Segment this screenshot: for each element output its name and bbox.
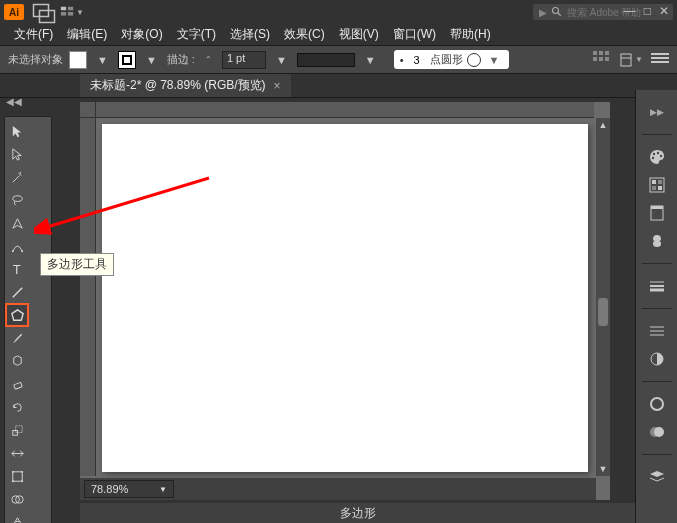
paintbrush-tool[interactable] <box>6 327 28 349</box>
sides-input[interactable] <box>408 54 426 66</box>
shape-dropdown[interactable]: ▼ <box>485 54 504 66</box>
scale-tool[interactable] <box>6 419 28 441</box>
stroke-swatch[interactable] <box>118 51 136 69</box>
vertical-scrollbar[interactable]: ▲ ▼ <box>596 118 610 476</box>
shaper-tool[interactable] <box>6 350 28 372</box>
vertical-ruler[interactable] <box>80 118 96 476</box>
graphic-styles-panel-icon[interactable] <box>645 422 669 442</box>
polygon-tool[interactable] <box>6 304 28 326</box>
document-tab[interactable]: 未标题-2* @ 78.89% (RGB/预览) × <box>80 74 291 97</box>
selection-tool[interactable] <box>6 120 28 142</box>
menu-view[interactable]: 视图(V) <box>333 24 385 45</box>
zoom-level-display[interactable]: 78.89% ▼ <box>84 480 174 498</box>
svg-rect-53 <box>652 180 656 184</box>
lasso-tool[interactable] <box>6 189 28 211</box>
tab-close-icon[interactable]: × <box>274 79 281 93</box>
graph-styles-icon[interactable] <box>593 51 611 69</box>
color-panel-icon[interactable] <box>645 147 669 167</box>
artboard[interactable] <box>102 124 588 472</box>
status-tool-name: 多边形 <box>340 505 376 522</box>
scroll-up-arrow[interactable]: ▲ <box>596 118 610 132</box>
stroke-style-dropdown[interactable]: ▼ <box>361 54 380 66</box>
rotate-tool[interactable] <box>6 396 28 418</box>
canvas-area: ▲ ▼ 78.89% ▼ <box>80 102 610 500</box>
width-tool[interactable] <box>6 442 28 464</box>
svg-point-66 <box>651 398 663 410</box>
direct-selection-tool[interactable] <box>6 143 28 165</box>
svg-rect-4 <box>61 12 66 16</box>
svg-rect-14 <box>621 54 631 66</box>
shape-builder-tool[interactable] <box>6 488 28 510</box>
menu-object[interactable]: 对象(O) <box>115 24 168 45</box>
gradient-panel-icon[interactable] <box>645 321 669 341</box>
scroll-down-arrow[interactable]: ▼ <box>596 462 610 476</box>
shape-option[interactable]: • 点圆形 ▼ <box>394 50 510 69</box>
svg-line-7 <box>558 13 561 16</box>
minimize-button[interactable]: — <box>624 4 636 18</box>
svg-rect-9 <box>599 51 603 55</box>
appearance-panel-icon[interactable] <box>645 394 669 414</box>
bridge-icon[interactable] <box>32 4 56 20</box>
svg-rect-13 <box>605 57 609 61</box>
toolbox: T <box>4 116 52 523</box>
fill-swatch[interactable] <box>69 51 87 69</box>
stroke-style-preview[interactable] <box>297 53 355 67</box>
stroke-weight-dropdown[interactable]: ▼ <box>272 54 291 66</box>
fill-dropdown[interactable]: ▼ <box>93 54 112 66</box>
svg-point-18 <box>21 250 23 252</box>
stroke-panel-icon[interactable] <box>645 276 669 296</box>
menu-bar: 文件(F) 编辑(E) 对象(O) 文字(T) 选择(S) 效果(C) 视图(V… <box>0 24 677 46</box>
brushes-panel-icon[interactable] <box>645 203 669 223</box>
maximize-button[interactable]: □ <box>644 4 651 18</box>
svg-marker-21 <box>11 309 22 319</box>
ruler-origin[interactable] <box>80 102 96 118</box>
menu-help[interactable]: 帮助(H) <box>444 24 497 45</box>
magic-wand-tool[interactable] <box>6 166 28 188</box>
zoom-dropdown-arrow[interactable]: ▼ <box>159 485 167 494</box>
svg-point-68 <box>654 427 664 437</box>
layers-panel-icon[interactable] <box>645 467 669 487</box>
svg-rect-12 <box>599 57 603 61</box>
menu-window[interactable]: 窗口(W) <box>387 24 442 45</box>
pen-tool[interactable] <box>6 212 28 234</box>
horizontal-scrollbar[interactable]: 78.89% ▼ <box>80 478 596 500</box>
svg-point-6 <box>553 8 559 14</box>
line-segment-tool[interactable] <box>6 281 28 303</box>
window-controls: — □ ✕ <box>624 4 669 18</box>
svg-point-29 <box>21 480 23 482</box>
menu-effect[interactable]: 效果(C) <box>278 24 331 45</box>
stroke-weight-input[interactable]: 1 pt <box>222 51 266 69</box>
svg-point-51 <box>651 157 653 159</box>
dock-collapse-icon[interactable]: ▶▶ <box>645 102 669 122</box>
svg-rect-5 <box>68 12 73 16</box>
swatches-panel-icon[interactable] <box>645 175 669 195</box>
perspective-grid-tool[interactable] <box>6 511 28 523</box>
document-setup-icon[interactable]: ▼ <box>619 53 643 67</box>
type-tool[interactable]: T <box>6 258 28 280</box>
transparency-panel-icon[interactable] <box>645 349 669 369</box>
svg-point-48 <box>652 153 654 155</box>
curvature-tool[interactable] <box>6 235 28 257</box>
arrange-icon[interactable]: ▼ <box>60 4 84 20</box>
free-transform-tool[interactable] <box>6 465 28 487</box>
collapse-handle[interactable]: ◀◀ <box>6 96 18 107</box>
menu-type[interactable]: 文字(T) <box>171 24 222 45</box>
svg-text:T: T <box>12 262 20 277</box>
menu-edit[interactable]: 编辑(E) <box>61 24 113 45</box>
search-icon <box>551 6 563 18</box>
status-bar: 多边形 <box>80 503 635 523</box>
svg-rect-24 <box>15 425 22 432</box>
stroke-dropdown[interactable]: ▼ <box>142 54 161 66</box>
symbols-panel-icon[interactable] <box>645 231 669 251</box>
close-button[interactable]: ✕ <box>659 4 669 18</box>
svg-point-28 <box>11 480 13 482</box>
stroke-stepper-up[interactable]: ⌃ <box>201 55 216 64</box>
horizontal-ruler[interactable] <box>96 102 594 118</box>
svg-rect-2 <box>61 7 66 11</box>
menu-select[interactable]: 选择(S) <box>224 24 276 45</box>
svg-rect-11 <box>593 57 597 61</box>
scroll-thumb[interactable] <box>598 298 608 326</box>
menu-file[interactable]: 文件(F) <box>8 24 59 45</box>
eraser-tool[interactable] <box>6 373 28 395</box>
panel-menu-icon[interactable] <box>651 53 669 67</box>
